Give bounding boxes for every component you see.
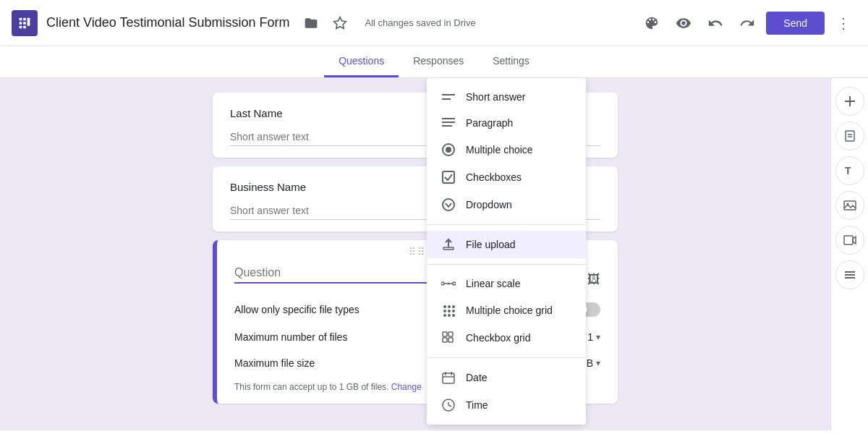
- svg-point-16: [443, 199, 454, 210]
- svg-rect-50: [844, 236, 853, 244]
- short-answer-icon: [441, 92, 456, 102]
- svg-line-41: [448, 405, 451, 407]
- svg-rect-33: [443, 338, 447, 342]
- add-title-button[interactable]: T: [835, 156, 864, 185]
- svg-point-20: [448, 283, 450, 285]
- svg-rect-32: [448, 332, 453, 336]
- add-question-button[interactable]: [835, 87, 864, 116]
- dropdown-icon: [441, 198, 456, 211]
- menu-item-linear-scale[interactable]: Linear scale: [427, 271, 586, 297]
- import-questions-button[interactable]: [835, 122, 864, 150]
- send-button[interactable]: Send: [766, 12, 825, 35]
- checkbox-grid-icon: [441, 331, 456, 344]
- divider-2: [427, 264, 586, 265]
- topbar-right: Send ⋮: [639, 10, 856, 36]
- svg-rect-4: [20, 25, 22, 28]
- saved-status: All changes saved in Drive: [365, 17, 475, 28]
- svg-point-30: [452, 314, 455, 317]
- change-link[interactable]: Change: [391, 382, 422, 392]
- svg-marker-7: [334, 17, 346, 28]
- svg-rect-3: [23, 22, 26, 25]
- svg-rect-44: [846, 131, 854, 141]
- menu-item-multiple-choice[interactable]: Multiple choice: [427, 136, 586, 163]
- main-content: Last Name Business Name ⠿⠿ 🖼 Allow only …: [0, 78, 868, 430]
- svg-rect-34: [448, 338, 453, 342]
- svg-text:T: T: [845, 165, 851, 176]
- date-icon: [441, 371, 456, 384]
- divider-3: [427, 357, 586, 358]
- svg-rect-2: [20, 22, 22, 25]
- menu-item-checkbox-grid[interactable]: Checkbox grid: [427, 324, 586, 352]
- linear-scale-icon: [441, 280, 456, 287]
- svg-rect-1: [23, 17, 26, 20]
- max-files-dropdown[interactable]: ▾: [596, 332, 600, 342]
- menu-item-multiple-choice-grid[interactable]: Multiple choice grid: [427, 297, 586, 324]
- add-image-button[interactable]: [835, 191, 864, 220]
- svg-rect-31: [443, 332, 447, 336]
- tabs-bar: Questions Responses Settings: [0, 46, 868, 78]
- svg-point-14: [446, 147, 451, 153]
- max-files-label: Maximum number of files: [234, 331, 347, 343]
- menu-item-short-answer[interactable]: Short answer: [427, 84, 586, 110]
- svg-point-27: [452, 310, 455, 312]
- svg-point-23: [448, 305, 451, 308]
- max-filesize-label: Maximum file size: [234, 357, 315, 369]
- folder-button[interactable]: [298, 10, 324, 36]
- add-video-button[interactable]: [835, 226, 864, 255]
- max-files-control: 1 ▾: [587, 331, 600, 343]
- time-icon: [441, 399, 456, 412]
- menu-item-time[interactable]: Time: [427, 391, 586, 419]
- svg-rect-48: [844, 201, 856, 210]
- svg-rect-6: [27, 17, 30, 25]
- add-section-button[interactable]: [835, 260, 864, 289]
- svg-point-22: [443, 305, 446, 308]
- form-area: Last Name Business Name ⠿⠿ 🖼 Allow only …: [0, 78, 830, 430]
- preview-button[interactable]: [671, 10, 697, 36]
- tab-responses[interactable]: Responses: [399, 46, 478, 77]
- svg-rect-15: [443, 171, 454, 183]
- right-sidebar: T: [830, 78, 868, 430]
- palette-button[interactable]: [639, 10, 665, 36]
- checkboxes-icon: [441, 171, 456, 184]
- svg-point-24: [452, 305, 455, 308]
- svg-rect-17: [443, 247, 454, 250]
- redo-button[interactable]: [734, 10, 760, 36]
- image-insert-icon[interactable]: 🖼: [587, 272, 600, 287]
- form-title: Client Video Testimonial Submission Form: [46, 15, 289, 30]
- svg-point-28: [443, 314, 446, 317]
- svg-point-21: [453, 282, 456, 285]
- app-logo: [12, 10, 38, 36]
- svg-point-25: [443, 310, 446, 312]
- svg-rect-5: [23, 25, 26, 28]
- divider-1: [427, 224, 586, 225]
- multiple-choice-icon: [441, 143, 456, 156]
- paragraph-icon: [441, 117, 456, 129]
- max-filesize-dropdown[interactable]: ▾: [596, 358, 600, 368]
- menu-item-file-upload[interactable]: File upload: [427, 231, 586, 258]
- allow-file-types-label: Allow only specific file types: [234, 304, 359, 315]
- topbar: Client Video Testimonial Submission Form…: [0, 0, 868, 46]
- menu-item-date[interactable]: Date: [427, 364, 586, 391]
- svg-rect-0: [20, 17, 22, 20]
- menu-item-paragraph[interactable]: Paragraph: [427, 110, 586, 136]
- multiple-choice-grid-icon: [441, 304, 456, 317]
- type-dropdown-menu: Short answer Paragraph Multiple choice C…: [427, 78, 586, 425]
- file-upload-icon: [441, 238, 456, 251]
- more-options-button[interactable]: ⋮: [830, 10, 856, 36]
- svg-point-26: [448, 310, 451, 312]
- svg-point-18: [441, 282, 444, 285]
- svg-rect-35: [443, 373, 454, 383]
- menu-item-dropdown[interactable]: Dropdown: [427, 191, 586, 218]
- tab-settings[interactable]: Settings: [478, 46, 544, 77]
- svg-point-29: [448, 314, 451, 317]
- tab-questions[interactable]: Questions: [324, 46, 399, 77]
- topbar-file-icons: [298, 10, 353, 36]
- undo-button[interactable]: [702, 10, 728, 36]
- menu-item-checkboxes[interactable]: Checkboxes: [427, 163, 586, 191]
- max-files-value: 1: [587, 331, 593, 343]
- star-button[interactable]: [327, 10, 353, 36]
